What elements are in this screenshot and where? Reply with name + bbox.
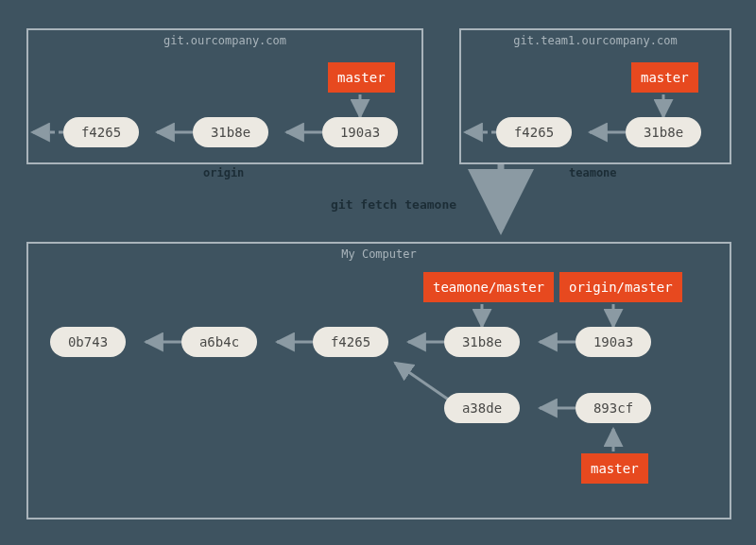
commit-node: a6b4c (181, 327, 257, 357)
remote-teamone-label: teamone (569, 166, 617, 179)
commit-node: f4265 (496, 117, 572, 147)
commit-node: a38de (444, 393, 520, 423)
fetch-command-label: git fetch teamone (331, 197, 456, 212)
local-box-title: My Computer (28, 247, 730, 261)
commit-node: 31b8e (444, 327, 520, 357)
remote-origin-label: origin (203, 166, 244, 179)
commit-node: 31b8e (193, 117, 268, 147)
commit-node: f4265 (313, 327, 388, 357)
teamone-master-branch: master (631, 62, 698, 93)
origin-master-branch: master (328, 62, 395, 93)
remote-origin-url: git.ourcompany.com (28, 34, 421, 47)
commit-node: 190a3 (576, 327, 651, 357)
commit-node: 0b743 (50, 327, 126, 357)
commit-node: 893cf (576, 393, 651, 423)
origin-master-ref: origin/master (559, 272, 682, 302)
commit-node: 31b8e (626, 117, 701, 147)
commit-node: f4265 (63, 117, 139, 147)
commit-node: 190a3 (322, 117, 398, 147)
teamone-master-ref: teamone/master (423, 272, 554, 302)
remote-teamone-url: git.team1.ourcompany.com (461, 34, 730, 47)
local-master-branch: master (581, 453, 648, 484)
